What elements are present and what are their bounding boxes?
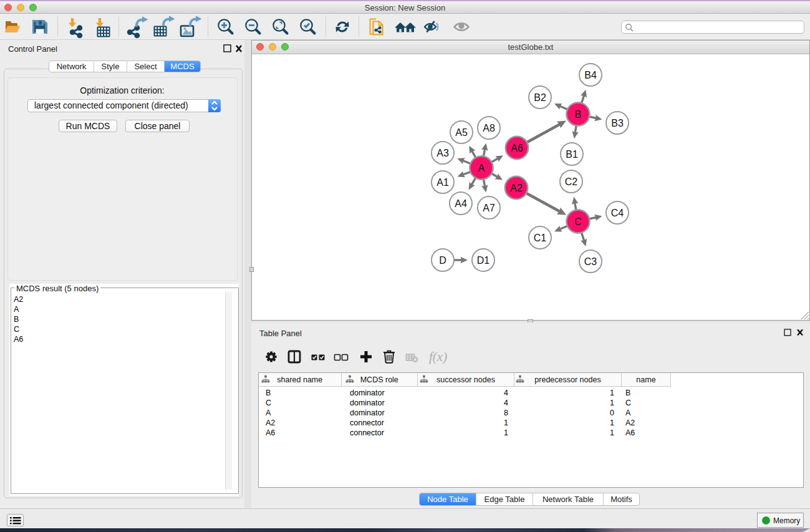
svg-text:A1: A1 (436, 177, 449, 188)
svg-text:A3: A3 (436, 148, 449, 158)
svg-text:C4: C4 (611, 208, 624, 218)
svg-text:B1: B1 (566, 149, 578, 160)
svg-text:D1: D1 (477, 255, 490, 266)
svg-text:A2: A2 (510, 183, 523, 193)
svg-text:B3: B3 (611, 118, 624, 128)
svg-text:A4: A4 (455, 198, 467, 209)
svg-text:B4: B4 (584, 70, 597, 80)
svg-text:A8: A8 (483, 123, 495, 133)
svg-text:B2: B2 (534, 92, 546, 103)
svg-text:A6: A6 (511, 143, 523, 153)
svg-text:B: B (575, 109, 582, 120)
svg-text:A: A (478, 163, 485, 173)
svg-text:C1: C1 (534, 233, 547, 243)
svg-text:C: C (574, 216, 582, 227)
svg-text:C2: C2 (565, 177, 578, 187)
svg-text:A7: A7 (483, 203, 495, 213)
svg-text:D: D (439, 255, 446, 266)
svg-text:A5: A5 (455, 127, 468, 138)
svg-text:C3: C3 (584, 256, 597, 267)
